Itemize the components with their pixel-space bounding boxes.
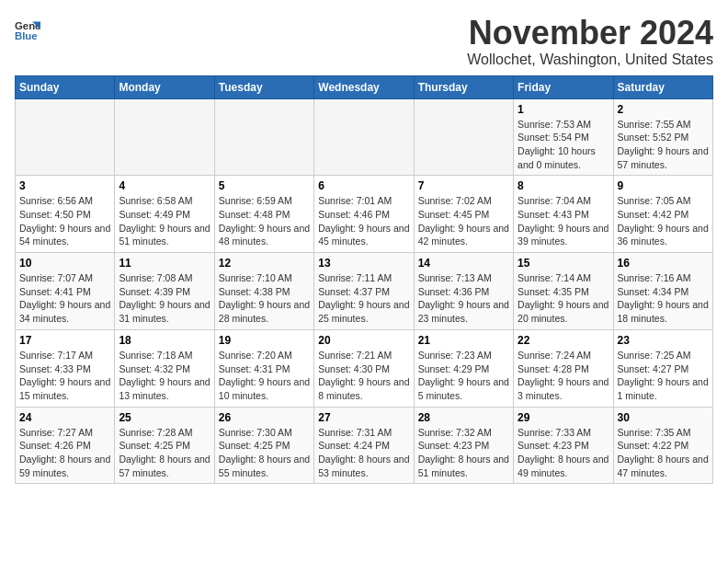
table-row: 11Sunrise: 7:08 AMSunset: 4:39 PMDayligh… xyxy=(115,253,214,330)
day-details: Sunrise: 7:05 AMSunset: 4:42 PMDaylight:… xyxy=(618,194,709,248)
day-number: 8 xyxy=(518,179,609,192)
day-details: Sunrise: 7:13 AMSunset: 4:36 PMDaylight:… xyxy=(418,271,509,326)
day-number: 24 xyxy=(19,411,110,424)
day-details: Sunrise: 7:18 AMSunset: 4:32 PMDaylight:… xyxy=(119,349,210,403)
day-details: Sunrise: 7:11 AMSunset: 4:37 PMDaylight:… xyxy=(318,271,409,326)
table-row: 2Sunrise: 7:55 AMSunset: 5:52 PMDaylight… xyxy=(613,98,712,176)
col-thursday: Thursday xyxy=(414,75,513,98)
col-saturday: Saturday xyxy=(613,75,712,98)
table-row: 1Sunrise: 7:53 AMSunset: 5:54 PMDaylight… xyxy=(514,98,613,176)
table-row: 3Sunrise: 6:56 AMSunset: 4:50 PMDaylight… xyxy=(16,176,115,253)
day-number: 23 xyxy=(618,334,709,347)
day-number: 4 xyxy=(119,179,210,192)
day-number: 26 xyxy=(219,411,310,424)
table-row: 8Sunrise: 7:04 AMSunset: 4:43 PMDaylight… xyxy=(514,176,613,253)
day-number: 21 xyxy=(418,334,509,347)
table-row: 24Sunrise: 7:27 AMSunset: 4:26 PMDayligh… xyxy=(16,407,115,484)
page-subtitle: Wollochet, Washington, United States xyxy=(467,52,713,68)
day-details: Sunrise: 7:35 AMSunset: 4:22 PMDaylight:… xyxy=(618,426,709,480)
table-row: 10Sunrise: 7:07 AMSunset: 4:41 PMDayligh… xyxy=(16,253,115,330)
day-number: 25 xyxy=(119,411,210,424)
table-row: 15Sunrise: 7:14 AMSunset: 4:35 PMDayligh… xyxy=(514,253,613,330)
day-number: 19 xyxy=(219,334,310,347)
day-details: Sunrise: 7:20 AMSunset: 4:31 PMDaylight:… xyxy=(219,349,310,403)
table-row: 16Sunrise: 7:16 AMSunset: 4:34 PMDayligh… xyxy=(613,253,712,330)
table-row: 12Sunrise: 7:10 AMSunset: 4:38 PMDayligh… xyxy=(214,253,313,330)
table-row: 17Sunrise: 7:17 AMSunset: 4:33 PMDayligh… xyxy=(16,329,115,407)
day-number: 27 xyxy=(318,411,409,424)
table-row: 6Sunrise: 7:01 AMSunset: 4:46 PMDaylight… xyxy=(314,176,414,253)
day-number: 29 xyxy=(518,411,609,424)
day-details: Sunrise: 7:33 AMSunset: 4:23 PMDaylight:… xyxy=(518,426,609,480)
day-details: Sunrise: 7:25 AMSunset: 4:27 PMDaylight:… xyxy=(618,349,709,403)
table-row: 26Sunrise: 7:30 AMSunset: 4:25 PMDayligh… xyxy=(214,407,313,484)
table-row: 19Sunrise: 7:20 AMSunset: 4:31 PMDayligh… xyxy=(214,329,313,407)
table-row: 30Sunrise: 7:35 AMSunset: 4:22 PMDayligh… xyxy=(613,407,712,484)
day-details: Sunrise: 7:10 AMSunset: 4:38 PMDaylight:… xyxy=(219,271,310,326)
svg-text:Blue: Blue xyxy=(15,30,38,41)
calendar-week-row: 3Sunrise: 6:56 AMSunset: 4:50 PMDaylight… xyxy=(16,176,713,253)
table-row: 5Sunrise: 6:59 AMSunset: 4:48 PMDaylight… xyxy=(214,176,313,253)
calendar-week-row: 1Sunrise: 7:53 AMSunset: 5:54 PMDaylight… xyxy=(16,98,713,176)
day-details: Sunrise: 7:27 AMSunset: 4:26 PMDaylight:… xyxy=(19,426,110,480)
day-number: 3 xyxy=(19,179,110,192)
table-row: 23Sunrise: 7:25 AMSunset: 4:27 PMDayligh… xyxy=(613,329,712,407)
day-number: 9 xyxy=(618,179,709,192)
table-row xyxy=(115,98,214,176)
table-row: 28Sunrise: 7:32 AMSunset: 4:23 PMDayligh… xyxy=(414,407,513,484)
day-details: Sunrise: 7:02 AMSunset: 4:45 PMDaylight:… xyxy=(418,194,509,248)
day-details: Sunrise: 7:14 AMSunset: 4:35 PMDaylight:… xyxy=(518,271,609,326)
day-details: Sunrise: 7:32 AMSunset: 4:23 PMDaylight:… xyxy=(418,426,509,480)
day-details: Sunrise: 7:04 AMSunset: 4:43 PMDaylight:… xyxy=(518,194,609,248)
day-number: 11 xyxy=(119,257,210,270)
day-number: 17 xyxy=(19,334,110,347)
day-details: Sunrise: 6:56 AMSunset: 4:50 PMDaylight:… xyxy=(19,194,110,248)
table-row: 13Sunrise: 7:11 AMSunset: 4:37 PMDayligh… xyxy=(314,253,414,330)
table-row: 14Sunrise: 7:13 AMSunset: 4:36 PMDayligh… xyxy=(414,253,513,330)
day-number: 12 xyxy=(219,257,310,270)
day-number: 7 xyxy=(418,179,509,192)
calendar-header-row: Sunday Monday Tuesday Wednesday Thursday… xyxy=(16,75,713,98)
day-details: Sunrise: 7:31 AMSunset: 4:24 PMDaylight:… xyxy=(318,426,409,480)
day-details: Sunrise: 6:59 AMSunset: 4:48 PMDaylight:… xyxy=(219,194,310,248)
day-number: 6 xyxy=(318,179,409,192)
day-number: 28 xyxy=(418,411,509,424)
day-details: Sunrise: 7:17 AMSunset: 4:33 PMDaylight:… xyxy=(19,349,110,403)
table-row: 29Sunrise: 7:33 AMSunset: 4:23 PMDayligh… xyxy=(514,407,613,484)
table-row: 4Sunrise: 6:58 AMSunset: 4:49 PMDaylight… xyxy=(115,176,214,253)
col-wednesday: Wednesday xyxy=(314,75,414,98)
day-details: Sunrise: 7:55 AMSunset: 5:52 PMDaylight:… xyxy=(618,118,709,172)
calendar: Sunday Monday Tuesday Wednesday Thursday… xyxy=(15,75,713,485)
day-details: Sunrise: 7:53 AMSunset: 5:54 PMDaylight:… xyxy=(518,118,609,172)
col-sunday: Sunday xyxy=(16,75,115,98)
day-number: 16 xyxy=(618,257,709,270)
day-details: Sunrise: 7:21 AMSunset: 4:30 PMDaylight:… xyxy=(318,349,409,403)
header: General Blue November 2024 Wollochet, Wa… xyxy=(15,15,713,68)
table-row: 22Sunrise: 7:24 AMSunset: 4:28 PMDayligh… xyxy=(514,329,613,407)
day-number: 15 xyxy=(518,257,609,270)
table-row xyxy=(314,98,414,176)
day-number: 14 xyxy=(418,257,509,270)
day-number: 10 xyxy=(19,257,110,270)
table-row: 9Sunrise: 7:05 AMSunset: 4:42 PMDaylight… xyxy=(613,176,712,253)
day-number: 30 xyxy=(618,411,709,424)
table-row: 21Sunrise: 7:23 AMSunset: 4:29 PMDayligh… xyxy=(414,329,513,407)
table-row: 7Sunrise: 7:02 AMSunset: 4:45 PMDaylight… xyxy=(414,176,513,253)
table-row: 27Sunrise: 7:31 AMSunset: 4:24 PMDayligh… xyxy=(314,407,414,484)
day-details: Sunrise: 7:30 AMSunset: 4:25 PMDaylight:… xyxy=(219,426,310,480)
table-row: 18Sunrise: 7:18 AMSunset: 4:32 PMDayligh… xyxy=(115,329,214,407)
page-title: November 2024 xyxy=(467,15,713,52)
day-details: Sunrise: 6:58 AMSunset: 4:49 PMDaylight:… xyxy=(119,194,210,248)
logo-icon: General Blue xyxy=(15,18,40,44)
day-number: 1 xyxy=(518,103,609,116)
day-details: Sunrise: 7:01 AMSunset: 4:46 PMDaylight:… xyxy=(318,194,409,248)
day-number: 22 xyxy=(518,334,609,347)
table-row: 25Sunrise: 7:28 AMSunset: 4:25 PMDayligh… xyxy=(115,407,214,484)
table-row xyxy=(214,98,313,176)
day-details: Sunrise: 7:28 AMSunset: 4:25 PMDaylight:… xyxy=(119,426,210,480)
day-details: Sunrise: 7:07 AMSunset: 4:41 PMDaylight:… xyxy=(19,271,110,326)
day-number: 18 xyxy=(119,334,210,347)
calendar-week-row: 24Sunrise: 7:27 AMSunset: 4:26 PMDayligh… xyxy=(16,407,713,484)
day-number: 20 xyxy=(318,334,409,347)
day-number: 13 xyxy=(318,257,409,270)
